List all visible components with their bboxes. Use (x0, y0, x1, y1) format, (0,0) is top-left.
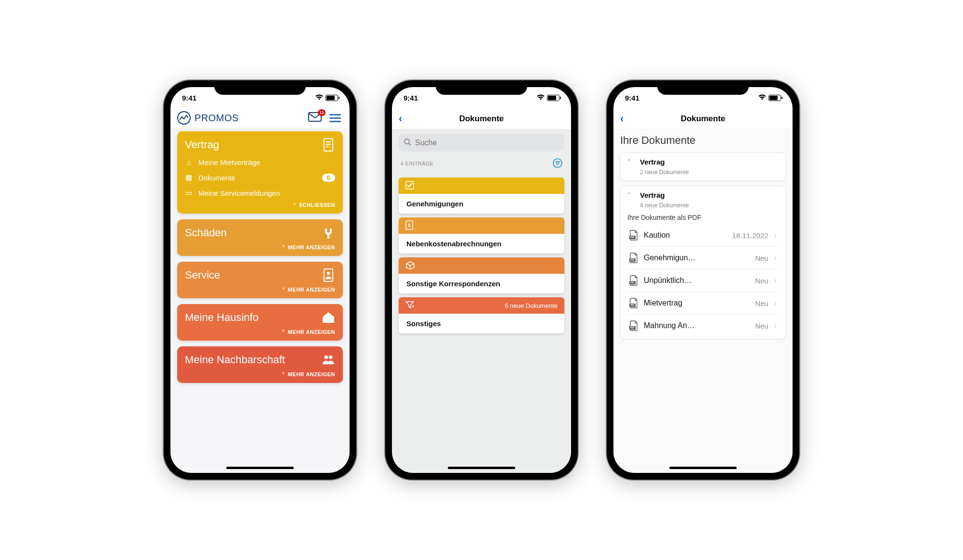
wifi-icon (536, 94, 545, 102)
accordion-vertrag-closed[interactable]: ˅ Vertrag 2 neue Dokumente (620, 153, 786, 181)
doc-name: Unpünktlich… (644, 276, 749, 285)
accordion-title: Vertrag (640, 191, 665, 199)
filter-button[interactable] (553, 158, 562, 169)
nav-bar: ‹ Dokumente (392, 108, 571, 129)
card-title: Schäden (185, 227, 227, 239)
card-title: Service (185, 269, 220, 281)
card-title: Meine Nachbarschaft (185, 354, 285, 366)
card-title: Meine Hausinfo (185, 311, 259, 324)
card-service[interactable]: Service ˅ MEHR ANZEIGEN (177, 262, 343, 298)
doc-row[interactable]: PDFUnpünktlich…Neu› (627, 269, 779, 292)
card-nachbarschaft[interactable]: Meine Nachbarschaft ˅ MEHR ANZEIGEN (177, 346, 343, 383)
app-header: PROMOS 11 (170, 108, 350, 127)
doc-row[interactable]: PDFKaution18.11.2022› (627, 224, 779, 246)
svg-point-10 (404, 139, 409, 144)
card-expand[interactable]: ˅ MEHR ANZEIGEN (185, 329, 335, 335)
category-korrespondenz[interactable]: Sonstige Korrespondenzen (399, 257, 564, 293)
chevron-right-icon: › (774, 231, 777, 240)
svg-text:PDF: PDF (630, 236, 635, 239)
chevron-down-icon: ˅ (282, 330, 285, 335)
section-title: Ihre Dokumente (620, 134, 786, 147)
filter-icon (405, 301, 414, 310)
pdf-icon: PDF (629, 298, 638, 308)
mail-badge: 11 (318, 109, 325, 116)
category-label: Nebenkostenabrechnungen (399, 234, 564, 254)
home-icon: ⌂ (185, 158, 193, 166)
category-label: Sonstige Korrespondenzen (399, 274, 564, 293)
search-input[interactable] (415, 139, 560, 147)
briefcase-icon: ▭ (185, 189, 193, 197)
chevron-right-icon: › (774, 299, 777, 307)
home-indicator (669, 467, 737, 469)
notch (436, 80, 527, 95)
card-schaeden[interactable]: Schäden ˅ MEHR ANZEIGEN (177, 219, 343, 256)
card-row-servicemeldungen[interactable]: ▭ Meine Servicemeldungen (185, 189, 335, 197)
grid-icon: ▦ (185, 173, 193, 182)
brand-name: PROMOS (195, 113, 239, 124)
card-title: Vertrag (185, 139, 219, 151)
home-indicator (226, 467, 294, 469)
pdf-icon: PDF (629, 320, 638, 331)
doc-meta: 18.11.2022 (732, 231, 768, 240)
search-field[interactable] (399, 134, 564, 152)
chevron-right-icon: › (774, 254, 777, 262)
chevron-right-icon: › (774, 321, 777, 330)
status-time: 9:41 (182, 94, 196, 102)
menu-button[interactable] (329, 114, 341, 122)
svg-text:PDF: PDF (630, 259, 635, 261)
doc-name: Kaution (644, 231, 727, 240)
category-label: Sonstiges (399, 314, 564, 333)
svg-point-7 (327, 272, 330, 275)
card-collapse[interactable]: ˄ SCHLIESSEN (185, 202, 335, 208)
card-hausinfo[interactable]: Meine Hausinfo ˅ MEHR ANZEIGEN (177, 304, 343, 341)
notch (657, 80, 749, 95)
svg-rect-6 (324, 269, 333, 281)
doc-meta: Neu (755, 254, 768, 262)
box-icon (405, 261, 415, 271)
accordion-subtitle: 4 neue Dokumente (640, 202, 779, 209)
card-row-dokumente[interactable]: ▦ Dokumente 6 (185, 173, 335, 182)
battery-icon (325, 95, 338, 101)
card-row-mietvertraege[interactable]: ⌂ Meine Mietverträge (185, 158, 335, 166)
row-label: Meine Mietverträge (198, 158, 260, 166)
svg-text:$: $ (408, 223, 410, 228)
doc-row[interactable]: PDFMietvertragNeu› (627, 292, 779, 314)
wrench-icon (322, 226, 335, 240)
doc-name: Mietvertrag (644, 299, 749, 307)
doc-count-badge: 6 (322, 174, 335, 182)
svg-text:PDF: PDF (630, 281, 635, 284)
accordion-vertrag-open[interactable]: ˄ Vertrag 4 neue Dokumente Ihre Dokument… (620, 186, 786, 339)
chevron-down-icon: ˅ (282, 372, 285, 377)
search-icon (403, 138, 411, 148)
house-icon (322, 311, 335, 324)
svg-line-11 (409, 143, 411, 145)
brand: PROMOS (177, 111, 239, 125)
battery-icon (768, 95, 781, 101)
status-time: 9:41 (625, 94, 639, 102)
doc-row[interactable]: PDFGenehmigun…Neu› (627, 246, 779, 269)
chevron-up-icon: ˄ (627, 192, 634, 199)
card-expand[interactable]: ˅ MEHR ANZEIGEN (185, 287, 335, 293)
card-expand[interactable]: ˅ MEHR ANZEIGEN (185, 244, 335, 250)
status-time: 9:41 (403, 94, 418, 102)
svg-point-9 (329, 356, 332, 359)
doc-meta: Neu (755, 299, 768, 307)
doc-row[interactable]: PDFMahnung An…Neu› (627, 314, 779, 337)
brand-logo-icon (177, 111, 191, 125)
row-label: Dokumente (198, 174, 235, 182)
category-nebenkosten[interactable]: $ Nebenkostenabrechnungen (399, 217, 564, 254)
mail-button[interactable]: 11 (308, 112, 322, 124)
category-genehmigungen[interactable]: Genehmigungen (399, 178, 564, 214)
svg-point-8 (325, 356, 328, 359)
chevron-right-icon: › (774, 276, 777, 285)
new-count: 6 neue Dokumente (505, 302, 558, 309)
accordion-subtitle: 2 neue Dokumente (640, 169, 779, 176)
wifi-icon (758, 94, 767, 102)
contact-icon (322, 268, 335, 282)
entries-count: 4 EINTRÄGE (401, 161, 433, 166)
card-vertrag[interactable]: Vertrag ⌂ Meine Mietverträge ▦ Dokumente… (177, 131, 343, 214)
category-sonstiges[interactable]: 6 neue Dokumente Sonstiges (399, 297, 564, 333)
card-expand[interactable]: ˅ MEHR ANZEIGEN (185, 371, 335, 377)
chevron-down-icon: ˅ (627, 159, 634, 165)
invoice-icon: $ (405, 220, 413, 231)
